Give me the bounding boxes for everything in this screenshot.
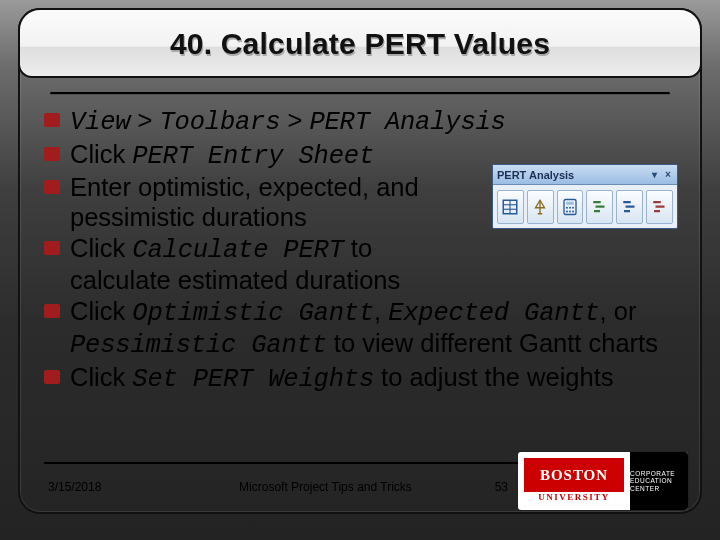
svg-rect-14: [593, 201, 601, 203]
slide-footer: 3/15/2018 Microsoft Project Tips and Tri…: [20, 460, 700, 512]
logo-subtext: UNIVERSITY: [524, 492, 624, 502]
svg-rect-19: [624, 210, 630, 212]
svg-point-11: [566, 211, 568, 213]
logo-department-text: CORPORATE EDUCATION CENTER: [630, 470, 688, 492]
code-text: PERT Entry Sheet: [132, 142, 374, 171]
toolbar-body: [493, 185, 677, 229]
code-text: PERT Analysis: [309, 108, 505, 137]
dropdown-icon: ▾: [649, 170, 659, 180]
svg-rect-16: [594, 210, 600, 212]
svg-rect-7: [566, 202, 574, 205]
code-text: Pessimistic Gantt: [70, 331, 327, 360]
title-bar: 40. Calculate PERT Values: [18, 8, 702, 78]
bullet-item: Click Set PERT Weights to adjust the wei…: [40, 363, 680, 395]
bullet-text: >: [130, 106, 159, 134]
footer-date: 3/15/2018: [48, 480, 101, 494]
expected-gantt-icon: [616, 190, 643, 224]
pert-analysis-toolbar: PERT Analysis ▾ ×: [492, 164, 678, 229]
code-text: Set PERT Weights: [132, 365, 374, 394]
svg-rect-17: [623, 201, 631, 203]
svg-point-9: [569, 207, 571, 209]
bullet-text: >: [280, 106, 309, 134]
code-text: View: [70, 108, 130, 137]
toolbar-titlebar: PERT Analysis ▾ ×: [493, 165, 677, 185]
code-text: Toolbars: [159, 108, 280, 137]
bullet-text: Click: [70, 234, 132, 262]
svg-rect-15: [595, 206, 604, 208]
svg-rect-20: [653, 201, 661, 203]
slide-title: 40. Calculate PERT Values: [20, 10, 700, 61]
svg-rect-5: [538, 213, 543, 215]
svg-rect-18: [625, 206, 634, 208]
bullet-item: View > Toolbars > PERT Analysis: [40, 106, 680, 138]
bullet-item: Click Optimistic Gantt, Expected Gantt, …: [40, 297, 680, 360]
code-text: Calculate PERT: [132, 236, 343, 265]
logo-department: CORPORATE EDUCATION CENTER: [630, 452, 688, 510]
code-text: Optimistic Gantt: [132, 299, 374, 328]
svg-point-13: [572, 211, 574, 213]
slide-content: View > Toolbars > PERT AnalysisClick PER…: [34, 106, 686, 460]
bullet-text: Click: [70, 140, 132, 168]
toolbar-label: PERT Analysis: [497, 169, 574, 181]
footer-page: 53: [495, 480, 508, 494]
boston-university-logo: BOSTON UNIVERSITY CORPORATE EDUCATION CE…: [518, 452, 688, 510]
bullet-item: Click Calculate PERT to calculate estima…: [40, 234, 680, 295]
bullet-wrap: Click Calculate PERT to calculate estima…: [70, 234, 440, 295]
bullet-text: Click: [70, 297, 132, 325]
bullet-text: to view different Gantt charts: [327, 329, 658, 357]
close-icon: ×: [663, 170, 673, 180]
calculate-icon: [557, 190, 584, 224]
svg-point-8: [566, 207, 568, 209]
bullet-text: ,: [374, 297, 388, 325]
svg-rect-22: [654, 210, 660, 212]
toolbar-controls: ▾ ×: [649, 170, 673, 180]
pessimistic-gantt-icon: [646, 190, 673, 224]
bullet-wrap: Enter optimistic, expected, and pessimis…: [70, 173, 440, 232]
optimistic-gantt-icon: [586, 190, 613, 224]
logo-brand: BOSTON: [524, 458, 624, 492]
weights-icon: [527, 190, 554, 224]
svg-point-12: [569, 211, 571, 213]
footer-title: Microsoft Project Tips and Tricks: [239, 480, 412, 494]
code-text: Expected Gantt: [388, 299, 599, 328]
bullet-list: View > Toolbars > PERT AnalysisClick PER…: [34, 106, 686, 394]
entry-sheet-icon: [497, 190, 524, 224]
svg-point-10: [572, 207, 574, 209]
svg-rect-21: [655, 206, 664, 208]
bullet-text: Click: [70, 363, 132, 391]
bullet-text: Enter optimistic, expected, and pessimis…: [70, 173, 419, 231]
bullet-text: , or: [600, 297, 637, 325]
bullet-text: to adjust the weights: [374, 363, 614, 391]
title-underline: [50, 92, 670, 95]
slide-frame: 40. Calculate PERT Values View > Toolbar…: [18, 8, 702, 514]
